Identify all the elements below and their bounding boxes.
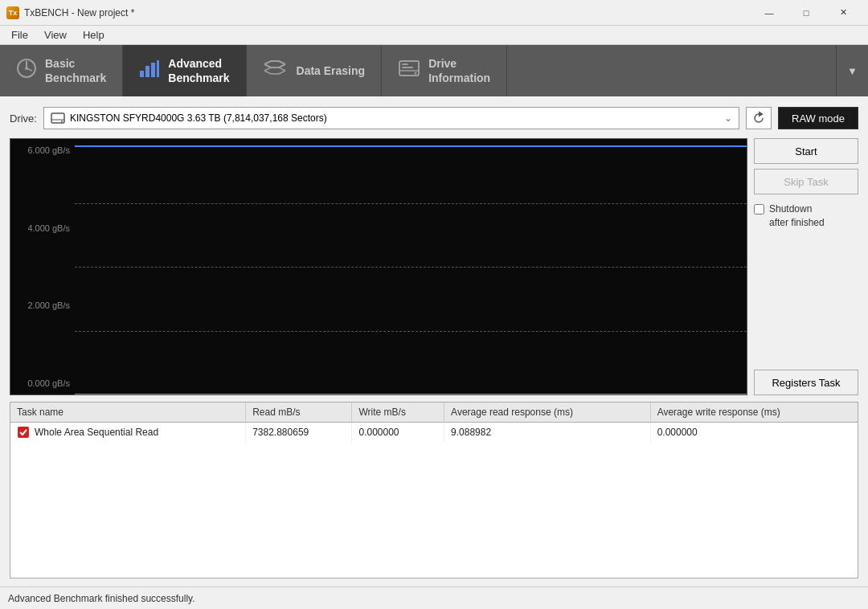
task-status-icon <box>17 426 30 439</box>
start-button[interactable]: Start <box>754 138 858 164</box>
title-bar-left: Tx TxBENCH - New project * <box>6 6 134 19</box>
drive-dropdown-arrow: ⌄ <box>724 112 732 124</box>
benchmark-chart: 6.000 gB/s 4.000 gB/s 2.000 gB/s 0.000 g… <box>10 138 747 395</box>
shutdown-row: Shutdownafter finished <box>754 202 858 230</box>
svg-rect-16 <box>18 427 29 438</box>
drive-select[interactable]: KINGSTON SFYRD4000G 3.63 TB (7,814,037,1… <box>43 107 739 129</box>
y-label-6: 6.000 gB/s <box>14 145 70 155</box>
content-area: 6.000 gB/s 4.000 gB/s 2.000 gB/s 0.000 g… <box>10 138 858 395</box>
cell-avg-read: 9.088982 <box>444 423 651 443</box>
menu-view[interactable]: View <box>36 27 75 43</box>
y-label-4: 4.000 gB/s <box>14 223 70 233</box>
title-bar: Tx TxBENCH - New project * — □ ✕ <box>0 0 868 26</box>
main-content: Drive: KINGSTON SFYRD4000G 3.63 TB (7,81… <box>0 96 868 587</box>
registers-task-button[interactable]: Registers Task <box>754 370 858 395</box>
svg-point-15 <box>61 121 63 122</box>
toolbar-dropdown[interactable]: ▼ <box>836 45 868 96</box>
basic-benchmark-icon <box>16 58 37 84</box>
table-header-row: Task name Read mB/s Write mB/s Average r… <box>10 403 858 423</box>
table-row: Whole Area Sequential Read 7382.8806590.… <box>10 423 858 443</box>
read-speed-line <box>75 145 747 147</box>
basic-benchmark-label: Basic Benchmark <box>45 56 106 85</box>
drive-value: KINGSTON SFYRD4000G 3.63 TB (7,814,037,1… <box>70 112 327 124</box>
svg-rect-4 <box>140 71 144 77</box>
menu-bar: File View Help <box>0 26 868 45</box>
title-bar-controls: — □ ✕ <box>751 0 862 26</box>
chart-y-labels: 6.000 gB/s 4.000 gB/s 2.000 gB/s 0.000 g… <box>10 139 75 394</box>
advanced-benchmark-icon <box>139 59 160 82</box>
close-button[interactable]: ✕ <box>825 0 862 26</box>
drive-icon <box>51 112 65 124</box>
results-table-container: Task name Read mB/s Write mB/s Average r… <box>10 402 858 578</box>
col-avg-write: Average write response (ms) <box>650 403 858 423</box>
svg-rect-5 <box>145 66 149 77</box>
grid-line-2 <box>75 331 747 332</box>
chart-canvas: 6.000 gB/s 4.000 gB/s 2.000 gB/s 0.000 g… <box>10 139 747 394</box>
svg-point-10 <box>415 72 417 75</box>
col-read: Read mB/s <box>246 403 352 423</box>
maximize-button[interactable]: □ <box>788 0 825 26</box>
status-bar: Advanced Benchmark finished successfully… <box>0 587 868 609</box>
chart-plot-area <box>75 139 747 394</box>
svg-rect-11 <box>402 63 408 65</box>
minimize-button[interactable]: — <box>751 0 788 26</box>
refresh-icon <box>751 111 766 125</box>
tab-basic-benchmark[interactable]: Basic Benchmark <box>0 45 123 96</box>
grid-line-6 <box>75 203 747 204</box>
cell-write: 0.000000 <box>352 423 444 443</box>
tab-drive-information[interactable]: Drive Information <box>382 45 507 96</box>
cell-avg-write: 0.000000 <box>650 423 858 443</box>
y-label-0: 0.000 gB/s <box>14 378 70 388</box>
drive-information-label: Drive Information <box>428 56 490 85</box>
raw-mode-button[interactable]: RAW mode <box>778 107 858 129</box>
cell-task: Whole Area Sequential Read <box>10 423 246 443</box>
tab-advanced-benchmark[interactable]: Advanced Benchmark <box>123 45 246 96</box>
drive-label: Drive: <box>10 112 37 125</box>
svg-rect-12 <box>402 67 413 68</box>
grid-line-4 <box>75 267 747 268</box>
side-panel: Start Skip Task Shutdownafter finished R… <box>754 138 858 395</box>
col-task-name: Task name <box>10 403 246 423</box>
side-spacer <box>754 235 858 365</box>
svg-rect-7 <box>157 60 159 77</box>
drive-information-icon <box>398 59 420 82</box>
shutdown-label: Shutdownafter finished <box>769 202 825 230</box>
col-avg-read: Average read response (ms) <box>444 403 651 423</box>
drive-refresh-button[interactable] <box>746 107 772 129</box>
task-name: Whole Area Sequential Read <box>35 427 158 438</box>
app-title: TxBENCH - New project * <box>24 7 134 18</box>
col-write: Write mB/s <box>352 403 444 423</box>
status-message: Advanced Benchmark finished successfully… <box>8 593 195 604</box>
menu-file[interactable]: File <box>3 27 36 43</box>
y-label-2: 2.000 gB/s <box>14 300 70 310</box>
shutdown-checkbox[interactable] <box>754 204 764 215</box>
data-erasing-icon <box>263 59 289 82</box>
advanced-benchmark-label: Advanced Benchmark <box>168 56 229 85</box>
svg-rect-6 <box>151 63 155 77</box>
drive-row: Drive: KINGSTON SFYRD4000G 3.63 TB (7,81… <box>10 104 858 132</box>
cell-read: 7382.880659 <box>246 423 352 443</box>
results-table: Task name Read mB/s Write mB/s Average r… <box>10 403 858 442</box>
app-icon: Tx <box>6 6 19 19</box>
data-erasing-label: Data Erasing <box>297 63 366 78</box>
skip-task-button[interactable]: Skip Task <box>754 169 858 194</box>
tab-data-erasing[interactable]: Data Erasing <box>247 45 383 96</box>
toolbar: Basic Benchmark Advanced Benchmark <box>0 45 868 96</box>
svg-point-3 <box>25 67 28 70</box>
chart-bottom-line <box>75 394 747 394</box>
menu-help[interactable]: Help <box>75 27 113 43</box>
